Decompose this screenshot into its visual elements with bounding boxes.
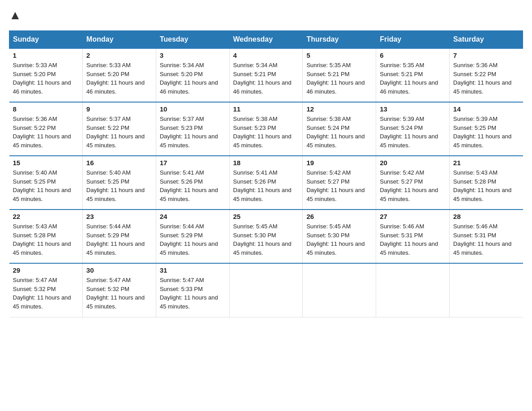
day-info: Sunrise: 5:42 AM Sunset: 5:27 PM Dayligh… (380, 168, 446, 203)
daylight-label: Daylight: 11 hours and 45 minutes. (233, 187, 292, 202)
calendar-week-row: 8 Sunrise: 5:36 AM Sunset: 5:22 PM Dayli… (9, 102, 523, 156)
daylight-label: Daylight: 11 hours and 45 minutes. (453, 79, 511, 95)
day-info: Sunrise: 5:43 AM Sunset: 5:28 PM Dayligh… (453, 168, 519, 203)
sunrise-label: Sunrise: 5:35 AM (380, 62, 424, 68)
day-number: 17 (160, 159, 226, 167)
day-number: 11 (233, 105, 299, 113)
daylight-label: Daylight: 11 hours and 45 minutes. (160, 294, 218, 310)
daylight-label: Daylight: 11 hours and 45 minutes. (453, 187, 511, 202)
weekday-header-monday: Monday (82, 31, 156, 49)
day-info: Sunrise: 5:37 AM Sunset: 5:22 PM Dayligh… (86, 115, 152, 150)
sunset-label: Sunset: 5:24 PM (380, 124, 423, 131)
day-info: Sunrise: 5:36 AM Sunset: 5:22 PM Dayligh… (13, 115, 79, 150)
sunset-label: Sunset: 5:33 PM (160, 286, 203, 292)
calendar-cell: 12 Sunrise: 5:38 AM Sunset: 5:24 PM Dayl… (303, 102, 376, 156)
sunrise-label: Sunrise: 5:46 AM (453, 223, 498, 230)
sunset-label: Sunset: 5:32 PM (86, 286, 129, 292)
day-number: 6 (380, 51, 446, 59)
calendar-cell: 28 Sunrise: 5:46 AM Sunset: 5:31 PM Dayl… (450, 210, 523, 263)
sunset-label: Sunset: 5:22 PM (13, 124, 56, 131)
sunrise-label: Sunrise: 5:45 AM (306, 223, 351, 230)
logo-icon-shape: ▲ (9, 8, 21, 22)
sunrise-label: Sunrise: 5:37 AM (160, 116, 204, 122)
daylight-label: Daylight: 11 hours and 45 minutes. (160, 240, 218, 256)
sunset-label: Sunset: 5:20 PM (86, 71, 129, 77)
daylight-label: Daylight: 11 hours and 46 minutes. (380, 79, 438, 95)
day-number: 20 (380, 159, 446, 167)
sunrise-label: Sunrise: 5:37 AM (86, 116, 131, 122)
sunset-label: Sunset: 5:25 PM (13, 178, 56, 185)
sunrise-label: Sunrise: 5:47 AM (160, 277, 204, 283)
weekday-header-thursday: Thursday (303, 31, 376, 49)
daylight-label: Daylight: 11 hours and 46 minutes. (233, 79, 292, 95)
calendar-cell: 2 Sunrise: 5:33 AM Sunset: 5:20 PM Dayli… (82, 48, 156, 102)
calendar-cell: 14 Sunrise: 5:39 AM Sunset: 5:25 PM Dayl… (450, 102, 523, 156)
calendar-cell: 22 Sunrise: 5:43 AM Sunset: 5:28 PM Dayl… (9, 210, 83, 263)
calendar-cell (229, 263, 303, 317)
calendar-cell: 6 Sunrise: 5:35 AM Sunset: 5:21 PM Dayli… (376, 48, 450, 102)
daylight-label: Daylight: 11 hours and 45 minutes. (380, 133, 438, 149)
sunrise-label: Sunrise: 5:47 AM (86, 277, 131, 283)
sunset-label: Sunset: 5:22 PM (453, 71, 496, 77)
calendar-cell: 8 Sunrise: 5:36 AM Sunset: 5:22 PM Dayli… (9, 102, 83, 156)
calendar-cell: 23 Sunrise: 5:44 AM Sunset: 5:29 PM Dayl… (82, 210, 156, 263)
calendar-cell: 9 Sunrise: 5:37 AM Sunset: 5:22 PM Dayli… (82, 102, 156, 156)
daylight-label: Daylight: 11 hours and 45 minutes. (306, 240, 365, 256)
calendar-cell: 7 Sunrise: 5:36 AM Sunset: 5:22 PM Dayli… (450, 48, 523, 102)
day-info: Sunrise: 5:38 AM Sunset: 5:23 PM Dayligh… (233, 115, 299, 150)
day-number: 14 (453, 105, 519, 113)
daylight-label: Daylight: 11 hours and 45 minutes. (86, 240, 145, 256)
day-info: Sunrise: 5:34 AM Sunset: 5:20 PM Dayligh… (160, 61, 226, 96)
calendar-cell: 27 Sunrise: 5:46 AM Sunset: 5:31 PM Dayl… (376, 210, 450, 263)
day-info: Sunrise: 5:35 AM Sunset: 5:21 PM Dayligh… (380, 61, 446, 96)
day-number: 27 (380, 213, 446, 220)
day-info: Sunrise: 5:47 AM Sunset: 5:33 PM Dayligh… (160, 276, 226, 311)
day-info: Sunrise: 5:46 AM Sunset: 5:31 PM Dayligh… (453, 222, 519, 257)
day-number: 2 (86, 51, 152, 59)
daylight-label: Daylight: 11 hours and 46 minutes. (306, 79, 365, 95)
sunrise-label: Sunrise: 5:47 AM (13, 277, 57, 283)
sunrise-label: Sunrise: 5:38 AM (306, 116, 351, 122)
daylight-label: Daylight: 11 hours and 46 minutes. (160, 79, 218, 95)
day-number: 30 (86, 266, 152, 274)
sunset-label: Sunset: 5:30 PM (233, 232, 276, 239)
calendar-cell: 15 Sunrise: 5:40 AM Sunset: 5:25 PM Dayl… (9, 156, 83, 210)
sunset-label: Sunset: 5:20 PM (160, 71, 203, 77)
sunset-label: Sunset: 5:25 PM (86, 178, 129, 185)
day-info: Sunrise: 5:33 AM Sunset: 5:20 PM Dayligh… (86, 61, 152, 96)
sunset-label: Sunset: 5:24 PM (306, 124, 349, 131)
day-info: Sunrise: 5:40 AM Sunset: 5:25 PM Dayligh… (13, 168, 79, 203)
weekday-header-sunday: Sunday (9, 31, 83, 49)
sunrise-label: Sunrise: 5:44 AM (160, 223, 204, 230)
day-number: 12 (306, 105, 372, 113)
daylight-label: Daylight: 11 hours and 45 minutes. (86, 187, 145, 202)
day-info: Sunrise: 5:43 AM Sunset: 5:28 PM Dayligh… (13, 222, 79, 257)
sunrise-label: Sunrise: 5:36 AM (453, 62, 498, 68)
weekday-header-saturday: Saturday (450, 31, 523, 49)
daylight-label: Daylight: 11 hours and 45 minutes. (380, 187, 438, 202)
sunrise-label: Sunrise: 5:34 AM (233, 62, 278, 68)
calendar-cell (303, 263, 376, 317)
day-number: 9 (86, 105, 152, 113)
sunrise-label: Sunrise: 5:43 AM (453, 169, 498, 176)
sunset-label: Sunset: 5:20 PM (13, 71, 56, 77)
sunset-label: Sunset: 5:23 PM (233, 124, 276, 131)
day-info: Sunrise: 5:42 AM Sunset: 5:27 PM Dayligh… (306, 168, 372, 203)
day-info: Sunrise: 5:39 AM Sunset: 5:24 PM Dayligh… (380, 115, 446, 150)
day-number: 1 (13, 51, 79, 59)
day-number: 19 (306, 159, 372, 167)
calendar-cell: 30 Sunrise: 5:47 AM Sunset: 5:32 PM Dayl… (82, 263, 156, 317)
calendar-cell: 21 Sunrise: 5:43 AM Sunset: 5:28 PM Dayl… (450, 156, 523, 210)
calendar-cell: 19 Sunrise: 5:42 AM Sunset: 5:27 PM Dayl… (303, 156, 376, 210)
sunrise-label: Sunrise: 5:42 AM (380, 169, 424, 176)
calendar-cell: 13 Sunrise: 5:39 AM Sunset: 5:24 PM Dayl… (376, 102, 450, 156)
sunset-label: Sunset: 5:25 PM (453, 124, 496, 131)
sunrise-label: Sunrise: 5:39 AM (380, 116, 424, 122)
sunrise-label: Sunrise: 5:35 AM (306, 62, 351, 68)
sunrise-label: Sunrise: 5:43 AM (13, 223, 57, 230)
day-info: Sunrise: 5:37 AM Sunset: 5:23 PM Dayligh… (160, 115, 226, 150)
calendar-cell: 20 Sunrise: 5:42 AM Sunset: 5:27 PM Dayl… (376, 156, 450, 210)
day-info: Sunrise: 5:36 AM Sunset: 5:22 PM Dayligh… (453, 61, 519, 96)
calendar-cell: 18 Sunrise: 5:41 AM Sunset: 5:26 PM Dayl… (229, 156, 303, 210)
calendar-week-row: 29 Sunrise: 5:47 AM Sunset: 5:32 PM Dayl… (9, 263, 523, 317)
